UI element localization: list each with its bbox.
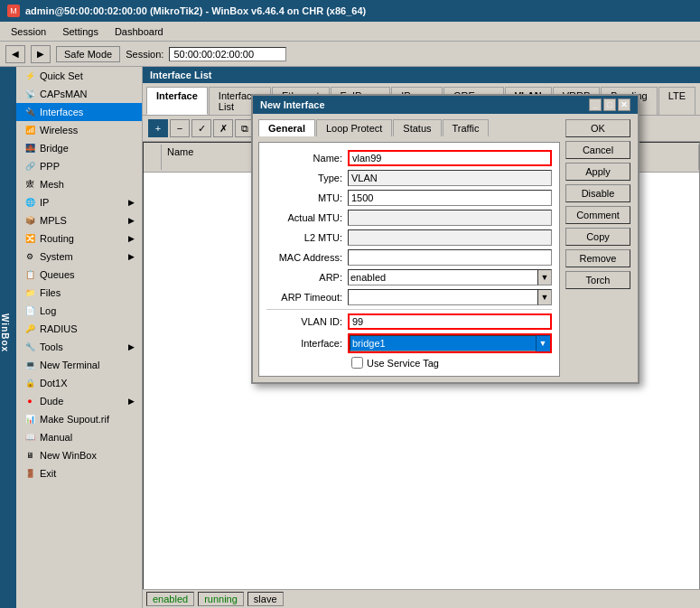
session-input[interactable] — [169, 47, 286, 61]
menu-dashboard[interactable]: Dashboard — [107, 24, 171, 39]
dialog-tab-traffic[interactable]: Traffic — [443, 119, 490, 136]
sidebar-item-label: Bridge — [40, 143, 69, 154]
dude-icon: ● — [23, 395, 36, 407]
sidebar-item-bridge[interactable]: 🌉 Bridge — [16, 139, 142, 157]
wireless-icon: 📶 — [23, 124, 36, 136]
interface-label: Interface: — [266, 338, 348, 349]
routing-arrow-icon: ▶ — [128, 234, 135, 243]
dialog-tab-general[interactable]: General — [258, 119, 315, 136]
dialog-form: Name: Type: MTU: — [258, 142, 560, 377]
main-layout: WinBox ⚡ Quick Set 📡 CAPsMAN 🔌 Interface… — [0, 67, 700, 608]
remove-button[interactable]: Remove — [565, 249, 630, 267]
exit-icon: 🚪 — [23, 467, 36, 480]
mesh-icon: 🕸 — [23, 178, 36, 191]
interface-select-wrapper: ▼ — [348, 333, 552, 353]
content-area: Interface List Interface Interface List … — [143, 67, 700, 608]
dialog-maximize-button[interactable]: □ — [603, 98, 616, 111]
sidebar-item-tools[interactable]: 🔧 Tools ▶ — [16, 338, 142, 356]
ip-arrow-icon: ▶ — [128, 198, 135, 207]
sidebar-item-routing[interactable]: 🔀 Routing ▶ — [16, 229, 142, 248]
form-row-arp-timeout: ARP Timeout: ▼ — [266, 289, 552, 305]
tools-arrow-icon: ▶ — [128, 342, 135, 351]
title-bar: M admin@50:00:00:02:00:00 (MikroTik2) - … — [0, 0, 700, 22]
mpls-icon: 📦 — [23, 214, 36, 227]
sidebar-item-new-terminal[interactable]: 💻 New Terminal — [16, 356, 142, 374]
sidebar-item-label: Mesh — [40, 179, 64, 190]
sidebar-item-dot1x[interactable]: 🔒 Dot1X — [16, 374, 142, 392]
ok-button[interactable]: OK — [565, 119, 630, 137]
menu-settings[interactable]: Settings — [55, 24, 106, 39]
capsman-icon: 📡 — [23, 88, 36, 100]
interface-dropdown-arrow[interactable]: ▼ — [536, 335, 550, 351]
sidebar-item-label: RADIUS — [40, 323, 78, 334]
interface-input[interactable] — [350, 335, 537, 351]
dialog-tab-loop-protect[interactable]: Loop Protect — [316, 119, 392, 136]
toolbar: ◀ ▶ Safe Mode Session: — [0, 42, 700, 67]
dot1x-icon: 🔒 — [23, 377, 36, 389]
dialog-overlay: New Interface _ □ ✕ General Loop Protect — [143, 67, 700, 608]
sidebar-item-ip[interactable]: 🌐 IP ▶ — [16, 193, 142, 211]
sidebar-item-wireless[interactable]: 📶 Wireless — [16, 121, 142, 139]
dialog-buttons: OK Cancel Apply Disable Comment Copy Rem… — [565, 114, 638, 382]
sidebar-item-new-winbox[interactable]: 🖥 New WinBox — [16, 446, 142, 464]
log-icon: 📄 — [23, 304, 36, 317]
sidebar-item-mpls[interactable]: 📦 MPLS ▶ — [16, 211, 142, 229]
sidebar-item-label: Queues — [40, 269, 75, 280]
sidebar-item-files[interactable]: 📁 Files — [16, 284, 142, 302]
sidebar-item-mesh[interactable]: 🕸 Mesh — [16, 175, 142, 193]
actual-mtu-label: Actual MTU: — [266, 212, 348, 223]
sidebar-item-log[interactable]: 📄 Log — [16, 302, 142, 320]
dialog-minimize-button[interactable]: _ — [589, 98, 602, 111]
dialog-close-button[interactable]: ✕ — [618, 98, 630, 111]
l2-mtu-input — [348, 229, 552, 246]
disable-button[interactable]: Disable — [565, 184, 630, 202]
arp-dropdown-arrow[interactable]: ▼ — [537, 269, 552, 285]
name-input[interactable] — [348, 150, 552, 166]
arp-timeout-dropdown-arrow[interactable]: ▼ — [537, 289, 552, 305]
sidebar: ⚡ Quick Set 📡 CAPsMAN 🔌 Interfaces 📶 Wir… — [16, 67, 143, 608]
dialog-tab-status[interactable]: Status — [393, 119, 441, 136]
arp-timeout-select-wrapper: ▼ — [348, 289, 552, 305]
vlan-id-input[interactable] — [348, 313, 552, 330]
sidebar-item-manual[interactable]: 📖 Manual — [16, 428, 142, 446]
dialog-form-area: General Loop Protect Status Traffic Name… — [253, 114, 565, 382]
mac-input[interactable] — [348, 249, 552, 266]
form-row-type: Type: — [266, 170, 552, 186]
sidebar-item-radius[interactable]: 🔑 RADIUS — [16, 320, 142, 338]
safe-mode-button[interactable]: Safe Mode — [56, 46, 120, 62]
sidebar-item-dude[interactable]: ● Dude ▶ — [16, 392, 142, 410]
arp-input[interactable] — [348, 269, 538, 285]
torch-button[interactable]: Torch — [565, 271, 630, 289]
vlan-id-label: VLAN ID: — [266, 316, 348, 327]
title-bar-text: admin@50:00:00:02:00:00 (MikroTik2) - Wi… — [25, 5, 366, 16]
back-button[interactable]: ◀ — [5, 45, 25, 63]
sidebar-item-label: Dude — [40, 396, 63, 407]
sidebar-item-label: IP — [40, 197, 49, 208]
mtu-input[interactable] — [348, 190, 552, 206]
queues-icon: 📋 — [23, 268, 36, 281]
sidebar-item-ppp[interactable]: 🔗 PPP — [16, 157, 142, 175]
form-row-actual-mtu: Actual MTU: — [266, 210, 552, 226]
cancel-button[interactable]: Cancel — [565, 141, 630, 159]
service-tag-checkbox[interactable] — [351, 357, 363, 369]
sidebar-item-quick-set[interactable]: ⚡ Quick Set — [16, 67, 142, 85]
menu-session[interactable]: Session — [4, 24, 53, 39]
sidebar-item-system[interactable]: ⚙ System ▶ — [16, 248, 142, 266]
mtu-label: MTU: — [266, 192, 348, 203]
copy-button[interactable]: Copy — [565, 228, 630, 246]
form-row-mtu: MTU: — [266, 190, 552, 206]
sidebar-item-interfaces[interactable]: 🔌 Interfaces — [16, 103, 142, 121]
sidebar-item-make-supout[interactable]: 📊 Make Supout.rif — [16, 410, 142, 428]
routing-icon: 🔀 — [23, 232, 36, 245]
arp-timeout-input[interactable] — [348, 289, 538, 305]
comment-button[interactable]: Comment — [565, 206, 630, 224]
sidebar-item-capsman[interactable]: 📡 CAPsMAN — [16, 85, 142, 103]
manual-icon: 📖 — [23, 431, 36, 444]
forward-button[interactable]: ▶ — [31, 45, 51, 63]
ppp-icon: 🔗 — [23, 160, 36, 173]
sidebar-item-exit[interactable]: 🚪 Exit — [16, 464, 142, 482]
mac-label: MAC Address: — [266, 252, 348, 263]
sidebar-item-label: Quick Set — [40, 70, 83, 81]
sidebar-item-queues[interactable]: 📋 Queues — [16, 266, 142, 284]
apply-button[interactable]: Apply — [565, 163, 630, 181]
